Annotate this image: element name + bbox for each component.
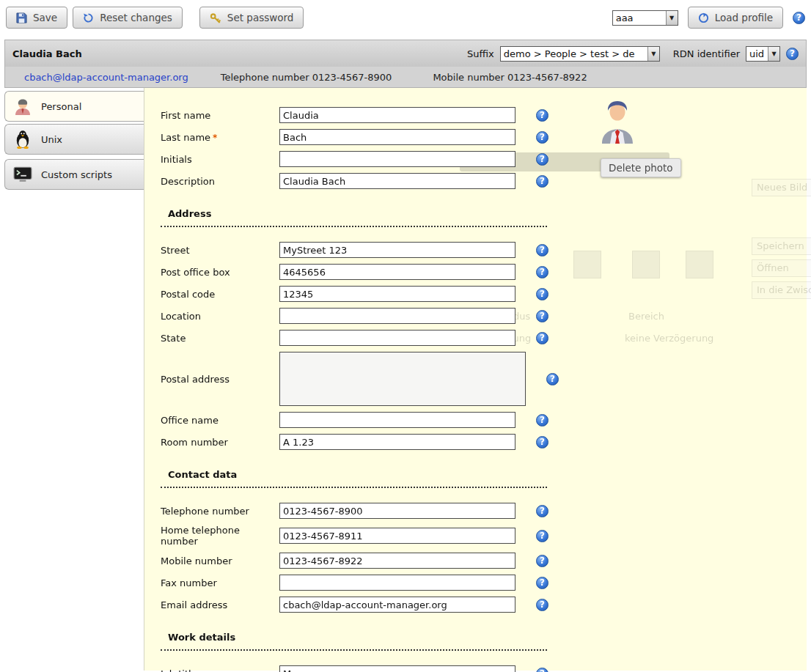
help-icon[interactable]: ? xyxy=(536,288,548,300)
help-icon[interactable]: ? xyxy=(536,266,548,278)
section-title: Contact data xyxy=(161,469,547,488)
header-help-icon[interactable]: ? xyxy=(786,48,799,60)
header-controls: Suffix demo > People > test > de ▼ RDN i… xyxy=(467,46,799,62)
form-row: Postal code ? xyxy=(161,286,807,302)
first-name-input[interactable] xyxy=(279,107,515,123)
rdn-select-value: uid xyxy=(746,47,768,61)
form-row: Street ? xyxy=(161,242,807,258)
section-title: Address xyxy=(161,208,547,227)
help-icon[interactable]: ? xyxy=(536,244,548,256)
mobile-number-input[interactable] xyxy=(279,553,515,569)
person-icon xyxy=(12,96,33,117)
form-row: Post office box ? xyxy=(161,264,807,280)
section-work-details: Work details Job title ? xyxy=(161,632,807,672)
help-icon[interactable]: ? xyxy=(536,555,548,567)
account-title: Claudia Bach xyxy=(12,48,82,59)
tab-personal[interactable]: Personal xyxy=(4,91,144,122)
field-label: First name xyxy=(161,110,279,121)
telephone-number-input[interactable] xyxy=(279,503,515,519)
office-name-input[interactable] xyxy=(279,412,515,428)
home-telephone-number-input[interactable] xyxy=(279,528,515,544)
help-icon[interactable]: ? xyxy=(536,175,548,188)
field-label: Description xyxy=(161,176,279,187)
account-telephone: Telephone number 0123-4567-8900 xyxy=(221,72,392,83)
help-icon[interactable]: ? xyxy=(536,530,548,542)
dropdown-arrow-icon: ▼ xyxy=(768,47,779,61)
set-password-label: Set password xyxy=(227,12,294,23)
post-office-box-input[interactable] xyxy=(279,264,515,280)
form-row: State ? xyxy=(161,330,807,346)
help-icon[interactable]: ? xyxy=(536,577,548,589)
terminal-icon xyxy=(12,164,33,185)
field-label: Postal code xyxy=(161,289,279,300)
form-row: Mobile number ? xyxy=(161,553,807,569)
rdn-label: RDN identifier xyxy=(673,48,740,59)
load-profile-button[interactable]: Load profile xyxy=(688,7,783,29)
save-button[interactable]: Save xyxy=(6,7,67,29)
form-row: Office name ? xyxy=(161,412,807,428)
description-input[interactable] xyxy=(279,173,515,189)
personal-form: First name ? Last name* ? Initials ? Des… xyxy=(144,88,807,672)
help-icon[interactable]: ? xyxy=(536,310,548,322)
account-header-row1: Claudia Bach Suffix demo > People > test… xyxy=(5,40,806,67)
suffix-select[interactable]: demo > People > test > de ▼ xyxy=(500,46,660,62)
form-row: Room number ? xyxy=(161,434,807,450)
form-row: Telephone number ? xyxy=(161,503,807,519)
tux-icon xyxy=(12,129,33,149)
street-input[interactable] xyxy=(279,242,515,258)
toolbar-help-icon[interactable]: ? xyxy=(793,12,805,24)
suffix-label: Suffix xyxy=(467,48,494,59)
section-title: Work details xyxy=(161,632,547,651)
dropdown-arrow-icon: ▼ xyxy=(647,47,659,61)
toolbar: Save Reset changes Set password aaa ▼ Lo… xyxy=(0,0,811,35)
form-row: First name ? xyxy=(161,107,807,123)
field-label: Location xyxy=(161,311,279,322)
account-email-link[interactable]: cbach@ldap-account-manager.org xyxy=(24,72,188,83)
account-header-row2: cbach@ldap-account-manager.org Telephone… xyxy=(5,67,806,87)
module-tabs: Personal Unix Custom scripts xyxy=(4,88,144,671)
help-icon[interactable]: ? xyxy=(536,436,548,448)
dropdown-arrow-icon: ▼ xyxy=(666,11,678,25)
required-marker: * xyxy=(213,133,217,143)
location-input[interactable] xyxy=(279,308,515,324)
field-label: State xyxy=(161,333,279,344)
help-icon[interactable]: ? xyxy=(536,505,548,517)
help-icon[interactable]: ? xyxy=(536,332,548,344)
reset-changes-button[interactable]: Reset changes xyxy=(73,7,183,29)
rdn-select[interactable]: uid ▼ xyxy=(746,46,780,62)
section-contact-data: Contact data Telephone number ? Home tel… xyxy=(161,469,807,613)
field-label: Mobile number xyxy=(161,555,279,566)
tab-unix[interactable]: Unix xyxy=(4,124,144,155)
account-mobile: Mobile number 0123-4567-8922 xyxy=(433,72,587,83)
key-icon xyxy=(210,12,221,23)
suffix-select-value: demo > People > test > de xyxy=(501,47,647,61)
profile-select[interactable]: aaa ▼ xyxy=(612,10,678,26)
form-row: Job title ? xyxy=(161,665,807,672)
form-row: Fax number ? xyxy=(161,575,807,591)
room-number-input[interactable] xyxy=(279,434,515,450)
state-input[interactable] xyxy=(279,330,515,346)
help-icon[interactable]: ? xyxy=(536,668,548,672)
help-icon[interactable]: ? xyxy=(536,131,548,144)
help-icon[interactable]: ? xyxy=(536,599,548,611)
last-name-input[interactable] xyxy=(279,129,515,145)
job-title-input[interactable] xyxy=(279,665,515,672)
postal-code-input[interactable] xyxy=(279,286,515,302)
tab-custom-scripts[interactable]: Custom scripts xyxy=(4,159,144,190)
postal-address-textarea[interactable] xyxy=(279,352,526,406)
help-icon[interactable]: ? xyxy=(536,109,548,122)
delete-photo-button[interactable]: Delete photo xyxy=(601,158,681,177)
field-label: Room number xyxy=(161,437,279,448)
field-label: Job title xyxy=(161,668,279,672)
set-password-button[interactable]: Set password xyxy=(199,7,304,29)
help-icon[interactable]: ? xyxy=(546,373,559,385)
email-address-input[interactable] xyxy=(279,597,515,613)
form-row: Home telephone number ? xyxy=(161,525,807,547)
initials-input[interactable] xyxy=(279,151,515,167)
help-icon[interactable]: ? xyxy=(536,153,548,166)
fax-number-input[interactable] xyxy=(279,575,515,591)
field-label: Street xyxy=(161,245,279,256)
help-icon[interactable]: ? xyxy=(536,414,548,427)
save-icon xyxy=(16,12,27,23)
field-label: Post office box xyxy=(161,267,279,278)
